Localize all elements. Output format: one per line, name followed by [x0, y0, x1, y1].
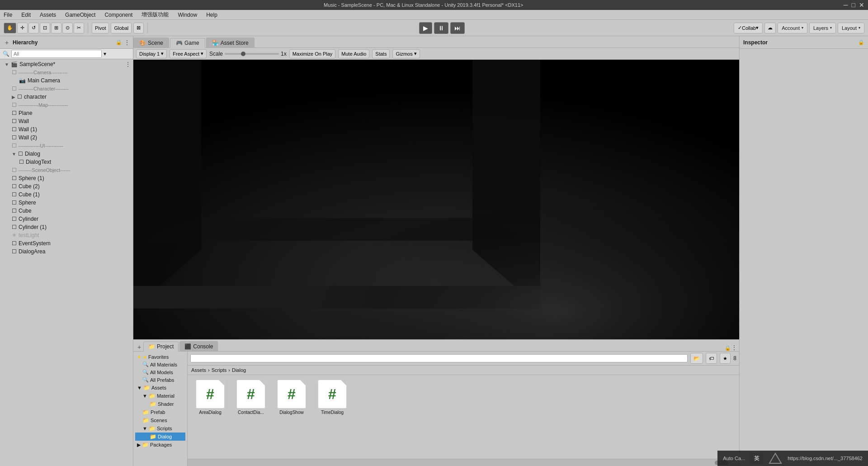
menu-file[interactable]: File	[2, 11, 14, 19]
lang-icon: 英	[750, 453, 763, 464]
file-dialog-show[interactable]: # DialogShow	[274, 380, 310, 415]
tab-scene[interactable]: 🎨 Scene	[133, 38, 169, 48]
all-materials-item[interactable]: 🔍 All Materials	[135, 361, 185, 368]
all-prefabs-item[interactable]: 🔍 All Prefabs	[135, 376, 185, 384]
filter-by-type[interactable]: 📂	[690, 353, 703, 364]
tool-hand[interactable]: ✋	[4, 23, 16, 33]
hierarchy-filter[interactable]: ▾	[104, 51, 106, 57]
project-add-btn[interactable]: +	[135, 343, 143, 351]
breadcrumb-assets[interactable]: Assets	[191, 367, 206, 373]
tree-item-eventsystem[interactable]: ☐ EventSystem	[0, 239, 133, 247]
tree-item-wall[interactable]: ☐ Wall	[0, 117, 133, 125]
menu-gameobject[interactable]: GameObject	[63, 11, 97, 19]
close-btn[interactable]: ✕	[859, 1, 864, 9]
tree-item-testlight[interactable]: ☀ testLight	[0, 231, 133, 239]
hierarchy-menu[interactable]: ⋮	[124, 39, 130, 46]
tab-game[interactable]: 🎮 Game	[170, 38, 205, 48]
menu-window[interactable]: Window	[176, 11, 199, 19]
tree-item-wall1[interactable]: ☐ Wall (1)	[0, 125, 133, 133]
tool-transform[interactable]: ⊙	[62, 23, 73, 33]
assets-root[interactable]: ▼ 📁 Assets	[135, 384, 185, 392]
prefab-folder[interactable]: 📁 Prefab	[135, 408, 185, 416]
scenes-folder[interactable]: 📁 Scenes	[135, 416, 185, 424]
project-search-input[interactable]	[190, 354, 688, 362]
tree-item-cube1[interactable]: ☐ Cube (1)	[0, 190, 133, 199]
maximize-btn[interactable]: □	[852, 1, 855, 9]
tree-item-main-camera[interactable]: 📷 Main Camera	[0, 76, 133, 85]
star-icon: ▼	[137, 355, 142, 360]
scale-slider[interactable]	[225, 53, 279, 55]
tool-rotate[interactable]: ↺	[28, 23, 39, 33]
tree-item-dialogarea[interactable]: ☐ DialogArea	[0, 247, 133, 256]
display-dropdown[interactable]: Display 1 ▾	[136, 49, 167, 58]
project-menu[interactable]: ⋮	[731, 344, 737, 351]
maximize-btn[interactable]: Maximize On Play	[289, 49, 336, 58]
stats-btn[interactable]: Stats	[372, 49, 390, 58]
dialog-folder[interactable]: 📁 Dialog	[135, 433, 185, 441]
tree-item-plane[interactable]: ☐ Plane	[0, 109, 133, 117]
tree-item-character[interactable]: ▶ ☐ character	[0, 93, 133, 101]
tree-item-sphere1[interactable]: ☐ Sphere (1)	[0, 174, 133, 182]
tool-custom[interactable]: ✂	[74, 23, 84, 33]
layers-dropdown[interactable]: Layers▾	[809, 23, 836, 33]
cloud-button[interactable]: ☁	[764, 23, 776, 33]
tool-rect[interactable]: ⊞	[51, 23, 61, 33]
tab-asset-store[interactable]: 🏪 Asset Store	[206, 38, 255, 48]
tree-item-dialog[interactable]: ▼ ☐ Dialog	[0, 150, 133, 158]
hierarchy-lock[interactable]: 🔒	[116, 39, 122, 45]
shader-folder[interactable]: 📁 Shader	[135, 400, 185, 408]
pivot-button[interactable]: Pivot	[92, 23, 109, 33]
material-folder[interactable]: ▼ 📁 Material	[135, 392, 185, 400]
expand-icon: ▼	[137, 385, 142, 390]
tool-move[interactable]: ✛	[17, 23, 28, 33]
tree-item-label: Sphere	[19, 200, 36, 206]
file-area-dialog[interactable]: # AreaDialog	[192, 380, 228, 415]
tree-item-dialogtext[interactable]: ☐ DialogText	[0, 158, 133, 166]
favorites-toggle[interactable]: ★	[720, 353, 731, 364]
bottom-scrollbar[interactable]	[188, 459, 739, 466]
all-models-item[interactable]: 🔍 All Models	[135, 368, 185, 376]
tree-item-cylinder[interactable]: ☐ Cylinder	[0, 215, 133, 223]
hierarchy-add-btn[interactable]: +	[3, 38, 11, 47]
tab-project[interactable]: 📁 Project	[143, 342, 179, 352]
file-contact-dialog[interactable]: # ContactDia...	[233, 380, 269, 415]
favorites-folder[interactable]: ▼ ★ Favorites	[135, 353, 185, 361]
pause-button[interactable]: ⏸	[434, 22, 448, 34]
collab-button[interactable]: ✓ Collab ▾	[734, 23, 763, 33]
layers-extra[interactable]: ⊠	[133, 23, 144, 33]
minimize-btn[interactable]: ─	[844, 1, 848, 9]
project-lock[interactable]: 🔒	[725, 345, 731, 351]
menu-assets[interactable]: Assets	[38, 11, 58, 19]
scene-menu-btn[interactable]: ⋮	[125, 61, 131, 68]
tree-item-sphere[interactable]: ☐ Sphere	[0, 199, 133, 207]
tree-item-wall2[interactable]: ☐ Wall (2)	[0, 133, 133, 142]
play-button[interactable]: ▶	[419, 22, 432, 34]
breadcrumb-dialog[interactable]: Dialog	[232, 367, 246, 373]
file-time-dialog[interactable]: # TimeDialog	[314, 380, 350, 415]
expand-icon: ▼	[142, 393, 147, 399]
shader-label: Shader	[158, 401, 174, 407]
mute-btn[interactable]: Mute Audio	[338, 49, 369, 58]
tree-item-samplescene[interactable]: ▼ 🎬 SampleScene* ⋮	[0, 60, 133, 68]
tree-item-cube[interactable]: ☐ Cube	[0, 207, 133, 215]
menu-edit[interactable]: Edit	[19, 11, 33, 19]
tree-item-cube2[interactable]: ☐ Cube (2)	[0, 182, 133, 190]
filter-by-label[interactable]: 🏷	[706, 353, 717, 364]
menu-enhanced[interactable]: 增强版功能	[140, 10, 170, 19]
account-dropdown[interactable]: Account▾	[778, 23, 807, 33]
aspect-dropdown[interactable]: Free Aspect ▾	[170, 49, 207, 58]
menu-help[interactable]: Help	[204, 11, 219, 19]
global-button[interactable]: Global	[111, 23, 132, 33]
step-button[interactable]: ⏭	[450, 22, 465, 34]
packages-folder[interactable]: ▶ 📁 Packages	[135, 441, 185, 449]
gizmos-btn[interactable]: Gizmos ▾	[392, 49, 420, 58]
inspector-lock[interactable]: 🔒	[858, 39, 864, 45]
tree-item-cylinder1[interactable]: ☐ Cylinder (1)	[0, 223, 133, 231]
layout-dropdown[interactable]: Layout▾	[838, 23, 864, 33]
tool-scale[interactable]: ⊡	[40, 23, 50, 33]
breadcrumb-scripts[interactable]: Scripts	[212, 367, 227, 373]
hierarchy-search-input[interactable]	[11, 50, 102, 58]
scripts-folder[interactable]: ▼ 📁 Scripts	[135, 424, 185, 433]
menu-component[interactable]: Component	[103, 11, 134, 19]
tab-console[interactable]: ⬛ Console	[179, 341, 218, 351]
